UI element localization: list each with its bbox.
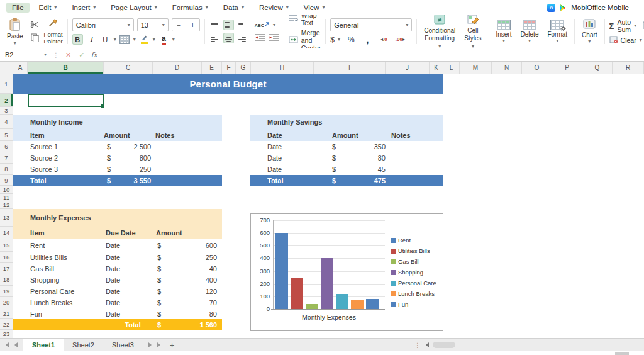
chart-bar-shopping[interactable] [321,258,333,309]
expenses-header-row[interactable]: ItemDue DateAmount [13,227,222,239]
paste-button[interactable]: Paste ▾ [4,18,26,46]
savings-data-row[interactable]: Date$350 [250,141,443,152]
underline-button[interactable]: U [100,34,111,45]
income-total-row[interactable]: Total$3 550 [13,175,222,186]
chart-bar-lunch-breaks[interactable] [351,300,364,309]
expenses-data-row[interactable]: ShoppingDate$400 [13,274,222,286]
chart-bar-fun[interactable] [366,299,379,309]
row-header-6[interactable]: 6 [0,141,13,152]
first-sheet-icon[interactable] [6,342,9,347]
row-header-9[interactable]: 9 [0,175,13,186]
row-header-4[interactable]: 4 [0,115,13,129]
column-header-E[interactable]: E [202,62,222,74]
align-center-button[interactable] [223,33,234,43]
savings-header-row[interactable]: DateAmountNotes [250,129,443,141]
scroll-left-icon[interactable] [426,342,429,347]
row-header-7[interactable]: 7 [0,152,13,164]
sheet-grid[interactable]: Personal Budget 0100200300400500600700Re… [13,74,644,338]
currency-button[interactable]: $ ▾ [330,35,340,44]
menu-view[interactable]: View▾ [298,3,331,13]
row-header-10[interactable]: 10 [0,186,13,194]
expenses-data-row[interactable]: Utilities BillsDate$250 [13,252,222,263]
menu-review[interactable]: Review▾ [253,3,294,13]
row-header-15[interactable]: 15 [0,239,13,252]
bottom-scrollbar-thumb[interactable] [615,352,629,355]
add-sheet-button[interactable]: + [166,341,179,350]
row-header-11[interactable]: 11 [0,194,13,201]
column-header-D[interactable]: D [153,62,202,74]
column-header-K[interactable]: K [430,62,443,74]
savings-data-row[interactable]: Date$80 [250,152,443,164]
column-header-N[interactable]: N [492,62,522,74]
decrease-font-button[interactable]: − [172,21,186,30]
align-top-button[interactable] [209,20,220,30]
row-header-1[interactable]: 1 [0,74,13,94]
next-sheet-icon[interactable] [148,342,152,347]
column-header-I[interactable]: I [314,62,386,74]
number-format-select[interactable]: General ▾ [330,18,412,31]
savings-total-row[interactable]: Total$475 [250,175,443,186]
conditional-formatting-button[interactable]: ≠ Conditional Formatting ▾ [421,15,458,48]
percent-button[interactable]: % [346,34,357,45]
borders-button[interactable] [119,34,130,45]
column-header-H[interactable]: H [251,62,314,74]
title-banner[interactable]: Personal Budget [13,74,443,94]
income-data-row[interactable]: Source 1$2 500 [13,141,222,152]
decrease-indent-button[interactable] [255,33,265,43]
row-header-20[interactable]: 20 [0,297,13,308]
align-right-button[interactable] [237,33,248,43]
row-header-16[interactable]: 16 [0,252,13,263]
wrap-text-button[interactable]: Wrap Text [289,15,321,26]
expenses-data-row[interactable]: Gas BillDate$40 [13,263,222,274]
insert-function-button[interactable]: fx [88,51,102,59]
row-header-13[interactable]: 13 [0,209,13,227]
column-header-O[interactable]: O [522,62,552,74]
cut-button[interactable] [30,20,40,30]
column-header-M[interactable]: M [460,62,492,74]
font-name-select[interactable]: Calibri ▾ [72,18,134,31]
chart-bar-gas-bill[interactable] [306,304,318,309]
chart-bar-utilities-bills[interactable] [291,278,303,309]
row-header-21[interactable]: 21 [0,308,13,319]
align-left-button[interactable] [209,33,220,43]
insert-cells-button[interactable]: Insert ▾ [494,20,514,44]
menu-file[interactable]: File [6,3,30,13]
savings-data-row[interactable]: Date$45 [250,164,443,175]
copy-button[interactable] [30,33,40,43]
menu-edit[interactable]: Edit▾ [33,3,63,13]
menu-insert[interactable]: Insert▾ [66,3,101,13]
expenses-data-row[interactable]: Personal CareDate$120 [13,286,222,297]
column-header-R[interactable]: R [613,62,644,74]
bold-button[interactable]: B [72,34,83,45]
row-header-8[interactable]: 8 [0,164,13,175]
format-painter-label[interactable]: Format Painter [44,31,63,45]
fill-handle[interactable] [101,104,105,108]
row-header-5[interactable]: 5 [0,129,13,141]
last-sheet-icon[interactable] [157,342,160,347]
menu-page-layout[interactable]: Page Layout▾ [105,3,163,13]
column-header-Q[interactable]: Q [582,62,613,74]
name-box[interactable]: B2 ▾ [0,48,50,61]
column-header-P[interactable]: P [552,62,582,74]
select-all-corner[interactable] [0,62,13,74]
column-header-L[interactable]: L [443,62,460,74]
row-header-12[interactable]: 12 [0,201,13,209]
row-header-19[interactable]: 19 [0,286,13,297]
expenses-data-row[interactable]: Lunch BreaksDate$70 [13,297,222,308]
confirm-entry-button[interactable]: ✓ [75,51,88,59]
increase-indent-button[interactable] [269,33,279,43]
clear-button[interactable]: Clear ▾ [609,36,642,45]
chart-bar-personal-care[interactable] [336,294,348,309]
row-header-3[interactable]: 3 [0,107,13,115]
chart-bar-rent[interactable] [275,233,288,309]
selected-cell-b2[interactable] [28,94,104,107]
auto-sum-button[interactable]: Σ Auto Sum ▾ [609,18,636,33]
font-size-stepper[interactable]: − + [172,18,200,31]
row-header-18[interactable]: 18 [0,274,13,286]
row-header-22[interactable]: 22 [0,319,13,330]
column-header-A[interactable]: A [13,62,28,74]
column-header-C[interactable]: C [104,62,153,74]
tab-sheet3[interactable]: Sheet3 [103,339,143,351]
row-header-23[interactable]: 23 [0,330,13,338]
column-header-B[interactable]: B [28,62,104,74]
